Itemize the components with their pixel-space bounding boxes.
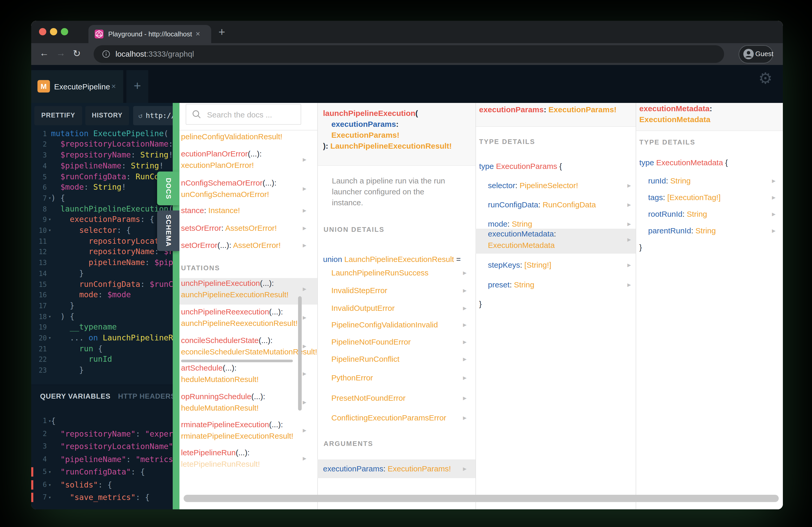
docs-entry[interactable]: runConfigData: RunConfigData [488,199,596,210]
browser-tab[interactable]: Playground - http://localhost:3 × [88,25,211,43]
docs-entry[interactable]: runId: String [648,176,691,186]
chevron-right-icon[interactable]: ▶ [627,237,631,242]
docs-entry[interactable]: PipelineNotFoundError [331,337,411,347]
endpoint-input[interactable]: ↺http://loc [133,106,173,125]
docs-entry[interactable]: executionParams: ExecutionParams! [323,464,451,474]
docs-entry[interactable]: unchPipelineReexecution(...): [181,307,283,317]
forward-icon[interactable]: → [56,48,66,59]
chevron-right-icon[interactable]: ▶ [463,288,467,293]
docs-entry[interactable]: pelineConfigValidationResult! [181,132,282,142]
chevron-right-icon[interactable]: ▶ [463,322,467,328]
zoom-window-button[interactable] [61,28,68,35]
reload-icon[interactable]: ↻ [73,48,81,59]
tab-http-headers[interactable]: HTTP HEADERS [118,392,173,400]
chevron-right-icon[interactable]: ▶ [627,222,631,227]
docs-entry[interactable]: unchPipelineExecution(...): [181,278,274,288]
docs-entry[interactable]: aunchPipelineReexecutionResult! [181,318,298,329]
docs-entry[interactable]: stepKeys: [String!] [488,260,551,270]
docs-entry[interactable]: rminatePipelineExecutionResult! [181,431,293,441]
profile-button[interactable]: Guest [739,45,773,63]
docs-entry[interactable]: concileSchedulerState(...): [181,335,273,346]
docs-entry[interactable]: rootRunId: String [648,209,707,219]
chevron-right-icon[interactable]: ▶ [303,400,306,405]
playground-tab-close-icon[interactable]: × [111,81,116,90]
docs-entry[interactable]: parentRunId: String [648,226,716,236]
docs-entry[interactable]: letePipelineRunResult! [181,459,260,469]
docs-entry[interactable]: selector: PipelineSelector! [488,180,578,191]
docs-entry[interactable]: preset: String [488,280,534,290]
chevron-right-icon[interactable]: ▶ [303,226,306,231]
docs-entry[interactable]: heduleMutationResult! [181,403,259,413]
docs-entry[interactable]: ExecutionMetadata [488,240,555,251]
playground-tab[interactable]: M ExecutePipeline × [31,70,123,103]
docs-entry[interactable]: ): LaunchPipelineExecutionResult! [323,141,452,151]
chevron-right-icon[interactable]: ▶ [627,282,631,287]
docs-entry[interactable]: ExecutionParams! [331,130,400,140]
chevron-right-icon[interactable]: ▶ [772,195,775,200]
chevron-right-icon[interactable]: ▶ [303,371,306,376]
chevron-right-icon[interactable]: ▶ [303,428,306,433]
chevron-right-icon[interactable]: ▶ [772,212,775,217]
address-bar[interactable]: localhost:3333/graphql [93,45,724,63]
chevron-right-icon[interactable]: ▶ [303,157,306,162]
vertical-scrollbar[interactable] [298,296,302,410]
minimize-window-button[interactable] [50,28,57,35]
docs-entry[interactable]: executionParams: [331,119,398,130]
tab-query-variables[interactable]: QUERY VARIABLES [40,392,111,400]
chevron-right-icon[interactable]: ▶ [303,315,306,320]
chevron-right-icon[interactable]: ▶ [772,178,775,183]
docs-panel-edge[interactable] [173,103,179,509]
docs-entry[interactable]: opRunningSchedule(...): [181,391,265,402]
chevron-right-icon[interactable]: ▶ [627,183,631,188]
tab-close-icon[interactable]: × [195,29,200,38]
docs-entry[interactable]: PipelineRunConflict [331,354,400,364]
docs-entry[interactable]: setsOrError: AssetsOrError! [181,223,277,234]
docs-entry[interactable]: setOrError(...): AssetOrError! [181,240,281,251]
docs-entry[interactable]: InvalidOutputError [331,303,394,313]
docs-entry[interactable]: nConfigSchemaOrError(...): [181,178,276,188]
docs-entry[interactable]: LaunchPipelineRunSuccess [331,268,429,278]
chevron-right-icon[interactable]: ▶ [303,243,306,248]
docs-entry[interactable]: launchPipelineExecution( [323,108,418,119]
chevron-right-icon[interactable]: ▶ [303,286,306,291]
docs-entry[interactable]: stance: Instance! [181,205,240,216]
docs-entry[interactable]: PresetNotFoundError [331,393,405,403]
prettify-button[interactable]: PRETTIFY [34,106,82,125]
main-horizontal-scrollbar[interactable] [184,495,779,502]
docs-entry[interactable]: letePipelineRun(...): [181,448,250,458]
docs-entry[interactable]: unConfigSchemaOrError! [181,189,269,199]
chevron-right-icon[interactable]: ▶ [627,262,631,268]
docs-entry[interactable]: mode: String [488,219,532,229]
docs-entry[interactable]: ConflictingExecutionParamsError [331,413,446,423]
docs-entry[interactable]: xecutionPlanOrError! [181,160,254,170]
chevron-right-icon[interactable]: ▶ [627,202,631,207]
chevron-right-icon[interactable]: ▶ [772,228,775,234]
docs-entry[interactable]: heduleMutationResult! [181,374,259,385]
chevron-right-icon[interactable]: ▶ [463,415,467,420]
chevron-right-icon[interactable]: ▶ [463,305,467,311]
history-button[interactable]: HISTORY [85,106,129,125]
docs-entry[interactable]: econcileSchedulerStateMutationResult! [181,347,317,357]
docs-entry[interactable]: executionParams: ExecutionParams! [479,104,617,115]
tab-schema[interactable]: SCHEMA [157,210,179,251]
docs-entry[interactable]: executionMetadata: [488,229,556,239]
docs-entry[interactable]: tags: [ExecutionTag!] [648,192,721,203]
docs-entry[interactable]: InvalidStepError [331,285,387,296]
chevron-right-icon[interactable]: ▶ [463,340,467,345]
chevron-right-icon[interactable]: ▶ [463,395,467,401]
chevron-right-icon[interactable]: ▶ [463,357,467,362]
chevron-right-icon[interactable]: ▶ [303,208,306,213]
docs-entry[interactable]: rminatePipelineExecution(...): [181,419,283,430]
docs-entry[interactable]: ecutionPlanOrError(...): [181,149,262,159]
settings-gear-icon[interactable]: ⚙ [758,69,772,87]
search-input[interactable] [206,107,296,122]
new-tab-button[interactable]: + [218,26,225,39]
docs-entry[interactable]: PipelineConfigValidationInvalid [331,320,438,330]
close-window-button[interactable] [39,28,46,35]
chevron-right-icon[interactable]: ▶ [303,186,306,191]
chevron-right-icon[interactable]: ▶ [463,375,467,380]
back-icon[interactable]: ← [40,48,49,59]
chevron-right-icon[interactable]: ▶ [303,344,306,349]
playground-new-tab-button[interactable]: + [126,70,148,103]
docs-entry[interactable]: artSchedule(...): [181,363,236,373]
